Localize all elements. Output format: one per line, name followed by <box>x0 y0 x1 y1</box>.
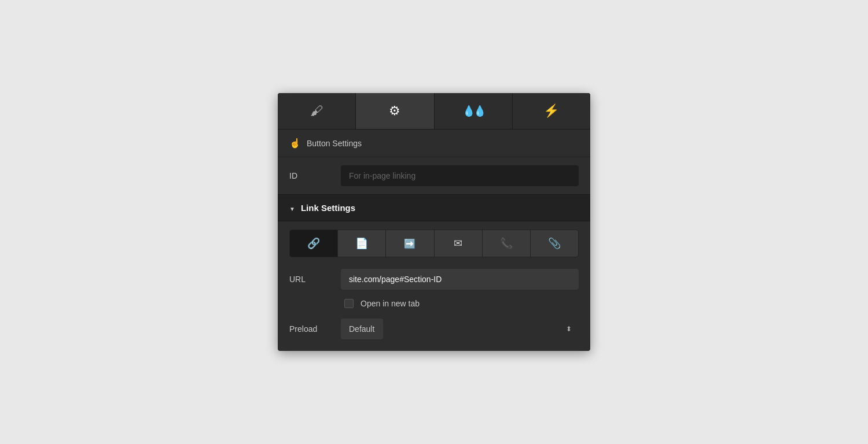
preload-label: Preload <box>289 324 333 334</box>
link-type-bar: 🔗 📄 ➡️ ✉ 📞 📎 <box>289 230 579 257</box>
link-type-email[interactable]: ✉ <box>435 230 483 257</box>
tab-settings[interactable]: ⚙ <box>356 93 434 129</box>
preload-select-wrapper: Default None Eager Lazy <box>341 319 579 339</box>
tab-bolt[interactable]: ⚡ <box>513 93 590 129</box>
link-type-phone[interactable]: 📞 <box>483 230 531 257</box>
id-label: ID <box>289 171 333 180</box>
link-type-file[interactable]: 📎 <box>531 230 578 257</box>
link-settings-label: Link Settings <box>301 203 355 213</box>
drops-icon: 💧💧 <box>462 105 484 117</box>
link-type-anchor[interactable]: ➡️ <box>386 230 434 257</box>
id-input[interactable] <box>341 165 579 186</box>
tab-drops[interactable]: 💧💧 <box>435 93 513 129</box>
url-label: URL <box>289 275 333 284</box>
brush-icon: 🖌 <box>310 103 323 119</box>
open-new-tab-row: Open in new tab <box>278 295 590 314</box>
phone-icon: 📞 <box>500 237 513 250</box>
tab-brush[interactable]: 🖌 <box>278 93 356 129</box>
email-icon: ✉ <box>454 237 462 250</box>
bolt-icon: ⚡ <box>543 103 559 119</box>
page-icon: 📄 <box>355 237 368 250</box>
hand-icon: ☝ <box>289 138 301 149</box>
open-new-tab-checkbox[interactable] <box>344 299 354 308</box>
preload-select[interactable]: Default None Eager Lazy <box>341 319 383 339</box>
url-input[interactable] <box>341 269 579 290</box>
url-icon: 🔗 <box>307 237 320 250</box>
settings-panel: 🖌 ⚙ 💧💧 ⚡ ☝ Button Settings ID Link Setti… <box>278 93 590 351</box>
id-row: ID <box>278 157 590 194</box>
tab-bar: 🖌 ⚙ 💧💧 ⚡ <box>278 93 590 130</box>
anchor-icon: ➡️ <box>404 238 415 249</box>
button-settings-header: ☝ Button Settings <box>278 130 590 157</box>
link-type-page[interactable]: 📄 <box>338 230 386 257</box>
button-settings-label: Button Settings <box>307 139 362 148</box>
chevron-down-icon <box>289 203 295 213</box>
open-new-tab-label: Open in new tab <box>361 299 420 308</box>
preload-row: Preload Default None Eager Lazy <box>278 314 590 351</box>
url-row: URL <box>278 265 590 295</box>
file-icon: 📎 <box>548 237 561 250</box>
gear-icon: ⚙ <box>389 103 400 119</box>
link-type-url[interactable]: 🔗 <box>290 230 338 257</box>
link-settings-header: Link Settings <box>278 194 590 221</box>
